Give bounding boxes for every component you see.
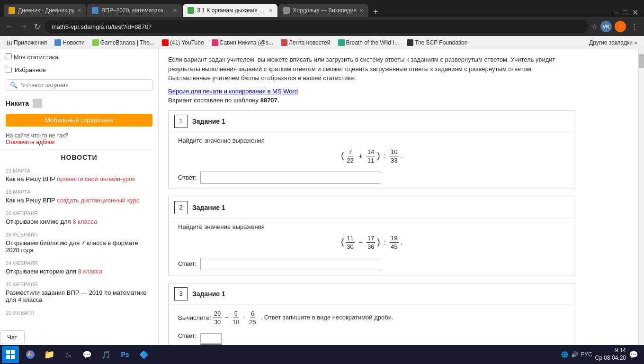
frac-11-30: 11 30 [346, 234, 354, 251]
frac-17-36: 17 36 [367, 234, 375, 251]
scrollbar-thumb[interactable] [639, 54, 644, 68]
stats-checkbox[interactable] [6, 53, 12, 59]
bookmark-breath[interactable]: Breath of the Wild I... [335, 38, 402, 47]
bookmark-scp[interactable]: The SCP Foundation [404, 38, 471, 47]
adblock-link[interactable]: Отключите адблок [6, 139, 54, 146]
bookmark-label: Новости [63, 39, 84, 46]
tab-wiki[interactable]: Хордовые — Википедия ✕ [278, 4, 368, 17]
task-3-number: 3 [174, 287, 188, 300]
tab-close-icon[interactable]: ✕ [173, 8, 177, 14]
task-3-body: Вычислите: 29 30 − 5 18 · [169, 305, 575, 345]
menu-button[interactable]: ⋮ [629, 20, 640, 33]
lang-indicator[interactable]: РУС [581, 351, 592, 358]
taskbar-chrome[interactable] [22, 346, 39, 363]
close-icon[interactable]: ✕ [630, 8, 640, 17]
print-link[interactable]: Версия для печати и копирования в MS Wor… [168, 88, 298, 95]
reload-button[interactable]: ↻ [32, 20, 42, 33]
news-link-1[interactable]: провести свой онлайн-урок [57, 175, 135, 182]
news-link-3[interactable]: 8 класса [72, 218, 97, 225]
taskbar: 📁 ♨ 💬 🎵 Ps 🔷 🌐 🔊 РУС 9:14 Ср 08.04.20 💬 [0, 345, 644, 364]
address-bar: ← → ↻ ☆ VK ! ⋮ [0, 17, 644, 36]
news-item-3: Открываем химию для 8 класса [0, 217, 158, 229]
bookmark-apps[interactable]: ⊞ Приложения [4, 38, 50, 47]
task-2-answer-input[interactable] [200, 258, 380, 270]
fraction-line [200, 344, 222, 345]
back-button[interactable]: ← [4, 20, 15, 33]
main-area: Моя статистика Избранное 🔍 Никита Мобиль… [0, 49, 644, 345]
taskbar-explorer[interactable]: 📁 [41, 346, 58, 363]
mobile-reference-button[interactable]: Мобильный справочник [6, 114, 152, 127]
minimize-icon[interactable]: ─ [611, 9, 620, 17]
sidebar-stats: Моя статистика [0, 49, 158, 64]
bookmark-label: The SCP Foundation [415, 39, 468, 46]
news-section-title: НОВОСТИ [0, 149, 158, 165]
task-3-fraction-answer [200, 333, 222, 345]
bookmark-news[interactable]: Новости [52, 38, 87, 47]
news-link-2[interactable]: создать дистанционный курс [57, 197, 139, 204]
forward-button[interactable]: → [18, 20, 29, 33]
taskbar-app8[interactable]: 🔷 [135, 346, 152, 363]
start-button[interactable] [2, 346, 19, 363]
tab-close-icon[interactable]: ✕ [77, 8, 81, 14]
bookmark-label: Савин Никита (@s... [220, 39, 273, 46]
favorites-label: Избранное [15, 66, 46, 73]
taskbar-discord[interactable]: 💬 [79, 346, 96, 363]
user-section: Никита [0, 95, 158, 112]
search-input[interactable] [20, 82, 148, 89]
task-3-block: 3 Задание 1 Вычислите: 29 30 − [168, 283, 575, 345]
tab-close-icon[interactable]: ✕ [359, 8, 364, 14]
task-1-header: 1 Задание 1 [169, 111, 575, 132]
taskbar-steam[interactable]: ♨ [60, 346, 77, 363]
frac-5-18: 5 18 [232, 309, 240, 327]
task-3-header: 3 Задание 1 [169, 283, 575, 305]
scrollbar-right[interactable] [638, 49, 644, 345]
system-tray: 🌐 🔊 РУС 9:14 Ср 08.04.20 💬 [557, 347, 642, 362]
task-1-expr: ( 7 22 + 14 11 ) : [178, 148, 565, 165]
task-3-numerator-input[interactable] [200, 333, 222, 344]
tab-active[interactable]: 3 1 К органам дыхания членисто... ✕ [183, 4, 277, 17]
network-icon: 🌐 [561, 351, 568, 358]
stats-label: Моя статистика [14, 54, 58, 61]
task-1-body: Найдите значение выражения ( 7 22 + 14 1… [169, 132, 575, 189]
url-input[interactable] [45, 20, 588, 33]
bookmark-star-icon[interactable]: ☆ [591, 22, 598, 31]
search-icon: 🔍 [10, 82, 18, 89]
taskbar-photoshop[interactable]: Ps [116, 346, 134, 363]
new-tab-button[interactable]: + [369, 7, 382, 17]
tab-bar: Дневник - Дневник.ру ✕ ВПР–2020, математ… [0, 0, 644, 17]
sidebar: Моя статистика Избранное 🔍 Никита Мобиль… [0, 49, 159, 345]
task-3-title: Задание 1 [192, 290, 225, 298]
user-name: Никита [6, 100, 29, 107]
vk-icon[interactable]: VK [600, 21, 612, 32]
clock-date: Ср 08.04.20 [595, 355, 626, 362]
bookmark-other[interactable]: Другие закладки » [586, 38, 640, 47]
task-1-answer-input[interactable] [200, 172, 380, 184]
system-clock: 9:14 Ср 08.04.20 [595, 347, 626, 362]
bookmark-label: Лента новостей [289, 39, 331, 46]
tab-dnevnik[interactable]: Дневник - Дневник.ру ✕ [4, 4, 86, 17]
tab-close-icon[interactable]: ✕ [268, 8, 273, 14]
maximize-icon[interactable]: □ [621, 9, 629, 17]
adblock-text: На сайте что-то не так? [6, 132, 152, 139]
bookmark-youtube[interactable]: (41) YouTube [159, 38, 207, 47]
clock-time: 9:14 [595, 347, 626, 355]
news-text: Как на Решу ВПР [6, 197, 57, 204]
chat-button[interactable]: Чат [0, 330, 25, 344]
news-item-2: Как на Решу ВПР создать дистанционный ку… [0, 196, 158, 208]
content-area[interactable]: Если вариант задан учителем, вы можете в… [159, 49, 638, 345]
bookmark-lenta[interactable]: Лента новостей [278, 38, 333, 47]
profile-icon[interactable]: ! [615, 21, 626, 32]
task-1-number: 1 [174, 115, 188, 128]
taskbar-fl[interactable]: 🎵 [98, 346, 115, 363]
news-link-5[interactable]: 8 класса [78, 268, 103, 275]
tab-vpr[interactable]: ВПР–2020, математика–8: зада... ✕ [87, 4, 182, 17]
favorites-checkbox[interactable] [6, 67, 12, 73]
notification-icon[interactable]: 💬 [629, 350, 638, 359]
frac-29-30: 29 30 [213, 309, 222, 327]
variant-info: Вариант составлен по шаблону 88707. [168, 97, 575, 104]
chrome-icon [26, 350, 35, 359]
bookmark-gamebanana[interactable]: GameBanana | The... [89, 38, 157, 47]
bookmark-savin[interactable]: Савин Никита (@s... [209, 38, 276, 47]
frac-19-45: 19 45 [390, 234, 398, 251]
task-1-answer-label: Ответ: [178, 174, 197, 181]
